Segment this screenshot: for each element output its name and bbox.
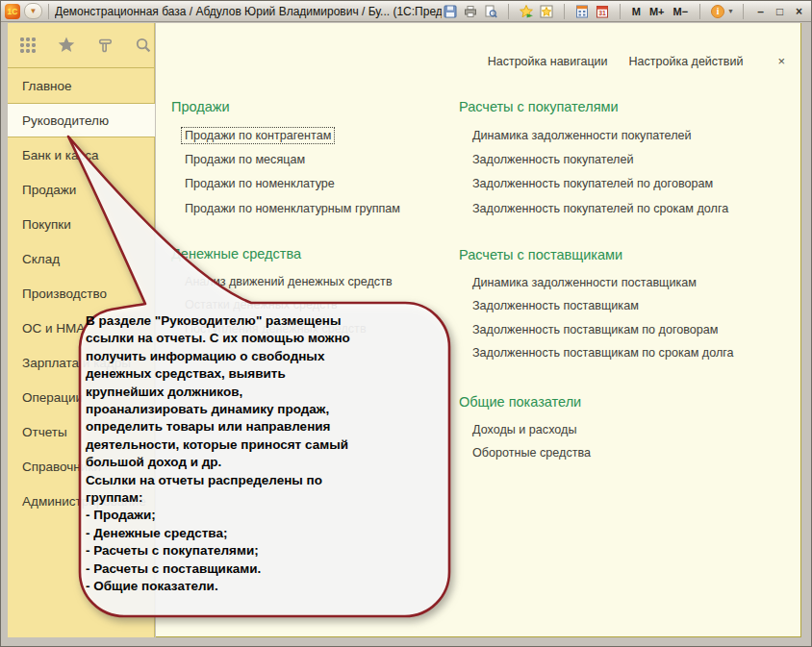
save-icon[interactable] [442, 3, 459, 20]
sidebar-item-label: ОС и НМА [22, 321, 85, 336]
print-preview-icon[interactable] [482, 3, 499, 20]
section-title: Общие показатели [459, 394, 591, 410]
separator [620, 4, 621, 19]
print-icon[interactable] [462, 3, 479, 20]
report-link[interactable]: Анализ движений денежных средств [185, 275, 393, 288]
separator [508, 4, 509, 19]
report-link[interactable]: Задолженность поставщикам [472, 299, 639, 312]
section-title: Продажи [171, 99, 400, 114]
maximize-button[interactable]: □ [772, 5, 788, 18]
sidebar-item-bank-i-kassa[interactable]: Банк и касса [8, 137, 154, 172]
report-link[interactable]: Задолженность покупателей по срокам долг… [472, 202, 728, 215]
sidebar-item-proizvodstvo[interactable]: Производство [8, 276, 154, 311]
sidebar-item-label: Продажи [22, 183, 76, 197]
content-topbar: Настройка навигации Настройка действий × [488, 54, 785, 68]
section-title: Денежные средства [171, 246, 393, 261]
sidebar-item-sklad[interactable]: Склад [8, 241, 154, 276]
report-link-row: Продажи по контрагентам [185, 123, 400, 147]
report-link-row: Задолженность покупателей по срокам долг… [472, 196, 728, 220]
memory-add-button[interactable]: M+ [647, 6, 668, 17]
sidebar-item-label: Покупки [22, 217, 71, 232]
section-customers: Расчеты с покупателями Динамика задолжен… [459, 99, 728, 221]
section-title: Расчеты с покупателями [459, 99, 728, 114]
sidebar-item-label: Производство [22, 286, 107, 301]
callout-text: В разделе "Руководителю" размещены ссылк… [86, 312, 447, 596]
close-button[interactable]: × [791, 5, 807, 18]
favorites-star-icon[interactable] [56, 35, 77, 56]
report-link-row: Оборотные средства [472, 441, 591, 464]
report-link-row: Задолженность покупателей по договорам [472, 172, 728, 196]
history-scroll-icon[interactable] [94, 35, 115, 56]
report-link[interactable]: Продажи по месяцам [185, 153, 305, 166]
minimize-button[interactable]: – [752, 5, 769, 18]
navigation-settings-link[interactable]: Настройка навигации [488, 55, 608, 68]
separator [743, 4, 744, 19]
report-link[interactable]: Продажи по номенклатуре [185, 177, 335, 190]
report-link[interactable]: Задолженность поставщикам по срокам долг… [472, 346, 734, 360]
report-link-row: Продажи по номенклатурным группам [185, 196, 400, 220]
sections-menu-icon[interactable] [17, 35, 38, 56]
titlebar-toolbar: 31 M M+ M− i ▼ – □ × [442, 3, 807, 20]
sidebar-item-label: Руководителю [22, 113, 109, 128]
svg-text:i: i [717, 7, 720, 16]
sidebar-toolbar [8, 23, 154, 68]
action-settings-link[interactable]: Настройка действий [629, 55, 744, 68]
report-link[interactable]: Задолженность покупателей [472, 153, 633, 166]
report-link[interactable]: Задолженность покупателей по договорам [472, 177, 713, 190]
sidebar-item-prodazhi[interactable]: Продажи [8, 172, 154, 207]
report-link-row: Анализ движений денежных средств [185, 270, 393, 293]
report-link-row: Динамика задолженности поставщикам [472, 271, 734, 294]
sidebar-item-pokupki[interactable]: Покупки [8, 207, 154, 241]
report-link-row: Задолженность покупателей [472, 147, 728, 171]
1c-app-icon: 1С [5, 4, 20, 19]
calculator-icon[interactable] [573, 3, 591, 20]
report-link-row: Доходы и расходы [472, 418, 591, 441]
sidebar-item-rukovoditelyu[interactable]: Руководителю [8, 103, 155, 137]
report-link[interactable]: Продажи по номенклатурным группам [185, 202, 400, 215]
memory-store-button[interactable]: M [629, 6, 644, 17]
report-link[interactable]: Продажи по контрагентам [181, 127, 335, 144]
report-link[interactable]: Динамика задолженности покупателей [472, 129, 692, 142]
separator [699, 4, 700, 19]
titlebar: 1С ▼ Демонстрационная база / Абдулов Юри… [1, 1, 811, 22]
sidebar-item-label: Главное [22, 79, 72, 93]
report-link-row: Продажи по месяцам [185, 147, 400, 171]
report-link[interactable]: Доходы и расходы [472, 423, 576, 436]
app-window: 1С ▼ Демонстрационная база / Абдулов Юри… [0, 0, 812, 647]
report-link[interactable]: Динамика задолженности поставщикам [472, 276, 697, 289]
report-link-row: Продажи по номенклатуре [185, 172, 400, 196]
main-menu-button[interactable]: ▼ [24, 3, 42, 19]
window-title: Демонстрационная база / Абдулов Юрий Вла… [55, 5, 442, 18]
report-link-row: Задолженность поставщикам по договорам [472, 318, 734, 341]
sidebar-item-label: Отчеты [22, 425, 67, 439]
section-title: Расчеты с поставщиками [459, 247, 734, 262]
section-general: Общие показатели Доходы и расходы Оборот… [459, 394, 591, 465]
calendar-icon[interactable]: 31 [594, 3, 611, 20]
report-link[interactable]: Остатки денежных средств [185, 298, 338, 311]
report-link-row: Динамика задолженности покупателей [472, 123, 728, 147]
report-link-row: Задолженность поставщикам по срокам долг… [472, 341, 734, 364]
section-sales: Продажи Продажи по контрагентам Продажи … [171, 99, 400, 221]
search-icon[interactable] [133, 35, 154, 56]
favorites-icon[interactable] [538, 3, 555, 20]
sidebar-item-label: Операции [22, 390, 83, 405]
svg-text:31: 31 [598, 10, 606, 16]
separator [48, 4, 49, 19]
add-to-favorites-icon[interactable] [518, 3, 535, 20]
sidebar-item-glavnoe[interactable]: Главное [8, 68, 154, 103]
sidebar-item-label: Банк и касса [22, 148, 99, 162]
memory-subtract-button[interactable]: M− [670, 6, 691, 17]
info-dropdown-caret-icon[interactable]: ▼ [727, 8, 734, 14]
info-icon[interactable]: i [709, 3, 726, 20]
report-link[interactable]: Задолженность поставщикам по договорам [472, 323, 719, 336]
report-link-row: Задолженность поставщикам [472, 294, 734, 317]
section-suppliers: Расчеты с поставщиками Динамика задолжен… [459, 247, 734, 364]
separator [564, 4, 565, 19]
sidebar-item-label: Склад [22, 252, 60, 266]
report-link[interactable]: Оборотные средства [472, 446, 591, 460]
panel-close-icon[interactable]: × [764, 54, 785, 68]
